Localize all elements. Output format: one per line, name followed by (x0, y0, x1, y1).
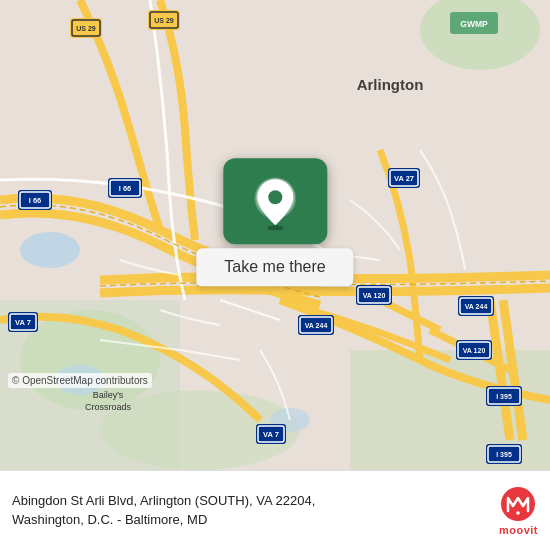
location-pin-icon (253, 176, 297, 230)
info-bar: Abingdon St Arli Blvd, Arlington (SOUTH)… (0, 470, 550, 550)
svg-text:VA 244: VA 244 (465, 303, 488, 310)
svg-text:I 66: I 66 (29, 196, 42, 205)
take-me-there-button[interactable]: Take me there (196, 248, 353, 286)
svg-text:I 395: I 395 (496, 451, 512, 458)
take-me-there-overlay: Take me there (196, 158, 353, 286)
moovit-icon (500, 486, 536, 522)
svg-text:Bailey's: Bailey's (93, 390, 124, 400)
svg-text:US 29: US 29 (154, 17, 174, 24)
osm-attribution: © OpenStreetMap contributors (8, 373, 152, 388)
svg-text:Arlington: Arlington (357, 76, 424, 93)
svg-text:VA 7: VA 7 (263, 430, 279, 439)
svg-text:I 66: I 66 (119, 184, 132, 193)
svg-text:US 29: US 29 (76, 25, 96, 32)
svg-text:VA 120: VA 120 (463, 347, 486, 354)
svg-point-64 (501, 487, 535, 521)
svg-text:VA 244: VA 244 (305, 322, 328, 329)
svg-point-62 (267, 225, 283, 230)
svg-text:GWMP: GWMP (460, 19, 488, 29)
map-container: I 66 I 66 US 29 US 29 US 50 US 50 VA 7 V… (0, 0, 550, 470)
svg-text:VA 7: VA 7 (15, 318, 31, 327)
info-text: Abingdon St Arli Blvd, Arlington (SOUTH)… (12, 492, 487, 528)
location-pin-container (223, 158, 327, 244)
svg-text:I 395: I 395 (496, 393, 512, 400)
svg-point-65 (517, 511, 521, 515)
city-line: Washington, D.C. - Baltimore, MD (12, 511, 487, 529)
svg-text:VA 27: VA 27 (394, 174, 414, 183)
svg-text:VA 120: VA 120 (363, 292, 386, 299)
svg-text:Crossroads: Crossroads (85, 402, 132, 412)
svg-point-6 (20, 232, 80, 268)
svg-point-63 (268, 190, 282, 204)
moovit-logo[interactable]: moovit (499, 486, 538, 536)
address-line: Abingdon St Arli Blvd, Arlington (SOUTH)… (12, 492, 487, 510)
moovit-label: moovit (499, 524, 538, 536)
